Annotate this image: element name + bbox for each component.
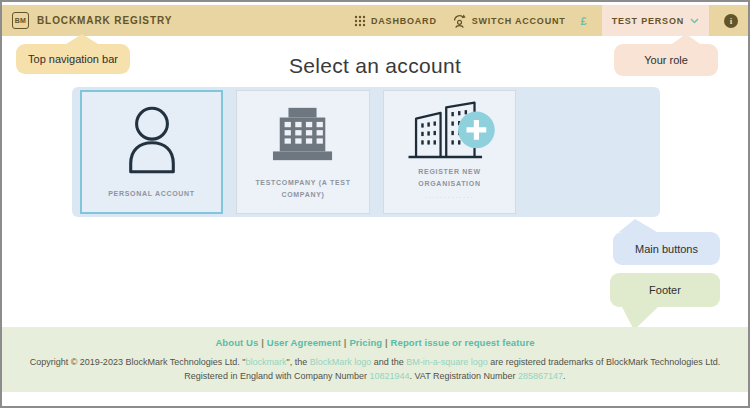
building-icon [237,91,369,177]
copyright-text: Copyright © 2019-2023 BlockMark Technolo… [30,357,246,367]
annotation-label: Footer [649,284,681,296]
person-icon [82,92,221,188]
info-button[interactable]: i [724,14,738,28]
annotation-label: Top navigation bar [28,53,118,65]
navbar-actions: DASHBOARD SWITCH ACCOUNT £ TEST PERSON i [354,5,738,36]
annotation-main-buttons: Main buttons [613,232,720,265]
account-cards-highlight: PERSONAL ACCOUNT [72,87,660,217]
annotation-label: Main buttons [635,243,698,255]
testcompany-account-card[interactable]: TESTCOMPANY (A TEST COMPANY) [236,90,370,214]
card-subtext: ············· [425,194,475,201]
annotation-label: Your role [644,54,688,66]
copyright-highlight: 285867147 [518,371,563,381]
copyright-text: . VAT Registration Number [410,371,519,381]
annotation-footer: Footer [610,273,720,307]
user-menu[interactable]: TEST PERSON [602,5,709,36]
card-label: TESTCOMPANY (A TEST COMPANY) [246,177,360,201]
callout-pointer-up-left [619,219,663,232]
annotation-top-nav: Top navigation bar [16,44,130,74]
copyright-text: ", the [287,357,310,367]
copyright-text: and the [371,357,406,367]
personal-account-card[interactable]: PERSONAL ACCOUNT [80,90,223,214]
copyright-text: . [563,371,566,381]
dashboard-label: DASHBOARD [371,16,437,26]
footer-link[interactable]: Report issue or request feature [391,337,535,348]
footer: About Us | User Agreement | Pricing | Re… [2,327,748,392]
top-navigation-bar: BM BLOCKMARK REGISTRY DASHBOARD [2,5,748,36]
brand-title[interactable]: BLOCKMARK REGISTRY [37,15,172,26]
bm-square-logo[interactable]: BM [12,12,29,29]
card-label: REGISTER NEW ORGANISATION [393,166,507,190]
copyright-highlight: BlockMark logo [310,357,372,367]
app-window: BM BLOCKMARK REGISTRY DASHBOARD [0,0,750,408]
currency-indicator[interactable]: £ [581,15,587,27]
copyright-highlight: 10821944 [369,371,409,381]
user-name: TEST PERSON [612,16,684,26]
footer-link-separator: | [382,337,390,348]
footer-link[interactable]: Pricing [349,337,382,348]
register-organisation-card[interactable]: REGISTER NEW ORGANISATION ············· [383,90,516,214]
switch-account-button[interactable]: SWITCH ACCOUNT [452,14,566,28]
copyright-notice: Copyright © 2019-2023 BlockMark Technolo… [16,356,734,384]
copyright-highlight: blockmark [245,357,286,367]
copyright-highlight: BM-in-a-square logo [406,357,488,367]
switch-account-label: SWITCH ACCOUNT [472,16,566,26]
dashboard-button[interactable]: DASHBOARD [354,15,437,27]
switch-user-icon [452,14,467,28]
footer-link[interactable]: About Us [215,337,258,348]
callout-pointer-up [672,34,702,44]
grid-icon [354,15,366,27]
footer-links: About Us | User Agreement | Pricing | Re… [2,337,748,348]
annotation-your-role: Your role [614,44,718,76]
callout-pointer-up [66,34,102,44]
card-label: PERSONAL ACCOUNT [108,188,195,200]
footer-link-separator: | [258,337,266,348]
chevron-down-icon [690,18,699,24]
buildings-plus-icon [384,91,515,166]
footer-link[interactable]: User Agreement [267,337,341,348]
